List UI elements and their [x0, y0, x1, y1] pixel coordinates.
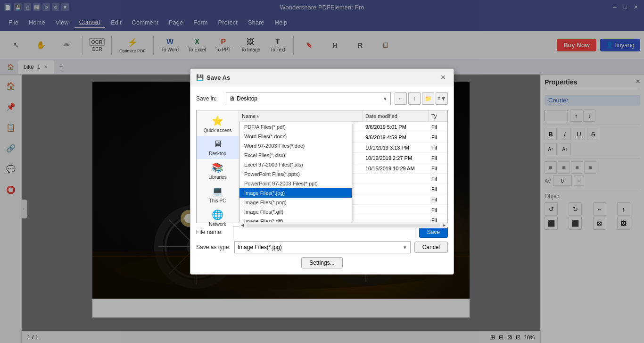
place-network[interactable]: 🌐 Network	[197, 206, 239, 230]
place-quick-access[interactable]: ⭐ Quick access	[197, 112, 239, 136]
filename-label: File name:	[196, 229, 229, 235]
desktop-icon: 🖥	[229, 95, 235, 102]
nav-view-button[interactable]: ≡▼	[436, 92, 448, 105]
dropdown-item-pptx[interactable]: PowerPoint Files(*.pptx)	[239, 169, 352, 179]
dialog-title-bar: 💾 Save As ✕	[190, 69, 454, 86]
save-as-type-label: Save as type:	[196, 244, 231, 251]
dropdown-item-jpg[interactable]: Image Files(*.jpg)	[239, 188, 352, 198]
save-as-type-row: Save as type: Image Files(*.jpg) ▼ Cance…	[196, 241, 448, 253]
dialog-overlay: 💾 Save As ✕ Save in: 🖥 Desktop ▼ ← ↑	[0, 0, 644, 343]
nav-buttons: ← ↑ 📁 ≡▼	[395, 92, 448, 105]
dropdown-item-pdf[interactable]: PDF/A Files(*.pdf)	[239, 122, 352, 132]
places-panel: ⭐ Quick access 🖥 Desktop 📚 Libraries 💻 T…	[197, 110, 239, 223]
quick-access-icon: ⭐	[212, 115, 223, 126]
cancel-button[interactable]: Cancel	[414, 242, 448, 253]
dropdown-item-gif[interactable]: Image Files(*.gif)	[239, 207, 352, 217]
place-desktop[interactable]: 🖥 Desktop	[197, 136, 239, 159]
dialog-title-label: Save As	[206, 74, 230, 81]
desktop-place-icon: 🖥	[213, 139, 223, 150]
place-libraries[interactable]: 📚 Libraries	[197, 159, 239, 183]
this-pc-icon: 💻	[212, 185, 223, 197]
save-as-dialog: 💾 Save As ✕ Save in: 🖥 Desktop ▼ ← ↑	[190, 68, 454, 275]
desktop-place-label: Desktop	[209, 151, 226, 156]
dialog-close-button[interactable]: ✕	[438, 73, 448, 82]
save-in-row: Save in: 🖥 Desktop ▼ ← ↑ 📁 ≡▼	[196, 92, 448, 105]
save-as-type-value: Image Files(*.jpg)	[238, 244, 282, 251]
save-type-dropdown-arrow: ▼	[403, 245, 407, 250]
dropdown-list: PDF/A Files(*.pdf) Word Files(*.docx) Wo…	[239, 122, 352, 222]
horizontal-scrollbar[interactable]: ◀ ▶	[239, 222, 447, 228]
save-in-label: Save in:	[196, 95, 222, 102]
dropdown-item-doc[interactable]: Word 97-2003 Files(*.doc)	[239, 141, 352, 151]
scroll-track	[247, 224, 440, 227]
settings-button[interactable]: Settings...	[301, 257, 342, 268]
libraries-icon: 📚	[212, 162, 223, 173]
dialog-title-text: 💾 Save As	[196, 74, 230, 81]
nav-back-button[interactable]: ←	[395, 92, 407, 105]
dropdown-item-docx[interactable]: Word Files(*.docx)	[239, 132, 352, 141]
save-in-dropdown-arrow: ▼	[383, 96, 388, 101]
libraries-label: Libraries	[208, 175, 226, 180]
network-icon: 🌐	[212, 209, 223, 220]
scroll-right-button[interactable]: ▶	[441, 222, 447, 229]
dropdown-item-ppt[interactable]: PowerPoint 97-2003 Files(*.ppt)	[239, 179, 352, 188]
quick-access-label: Quick access	[204, 128, 231, 133]
dropdown-item-png[interactable]: Image Files(*.png)	[239, 198, 352, 207]
settings-row: Settings...	[196, 257, 448, 268]
place-this-pc[interactable]: 💻 This PC	[197, 183, 239, 206]
col-header-name[interactable]: Name ▲	[239, 110, 363, 121]
sort-arrow: ▲	[256, 114, 260, 118]
dropdown-item-tiff[interactable]: Image Files(*.tiff)	[239, 217, 352, 222]
save-in-value: 🖥 Desktop	[229, 95, 257, 102]
nav-up-button[interactable]: ↑	[408, 92, 421, 105]
scroll-left-button[interactable]: ◀	[239, 222, 246, 229]
network-label: Network	[209, 222, 226, 227]
nav-newfolder-button[interactable]: 📁	[422, 92, 434, 105]
col-header-date[interactable]: Date modified	[363, 110, 429, 121]
dialog-title-icon: 💾	[196, 74, 204, 81]
file-list-panel: Name ▲ Date modified Ty	[239, 110, 447, 223]
file-browser: ⭐ Quick access 🖥 Desktop 📚 Libraries 💻 T…	[196, 110, 448, 223]
save-in-combo[interactable]: 🖥 Desktop ▼	[226, 92, 391, 105]
dropdown-item-xls[interactable]: Excel 97-2003 Files(*.xls)	[239, 160, 352, 169]
col-header-type[interactable]: Ty	[429, 110, 447, 121]
dialog-body: Save in: 🖥 Desktop ▼ ← ↑ 📁 ≡▼	[190, 86, 454, 274]
this-pc-label: This PC	[209, 198, 226, 203]
dropdown-item-xlsx[interactable]: Excel Files(*.xlsx)	[239, 151, 352, 160]
file-list-scroll[interactable]: PDF/A Files(*.pdf) Word Files(*.docx) Wo…	[239, 122, 447, 222]
file-list-header: Name ▲ Date modified Ty	[239, 110, 447, 122]
save-as-type-combo[interactable]: Image Files(*.jpg) ▼	[234, 241, 411, 253]
